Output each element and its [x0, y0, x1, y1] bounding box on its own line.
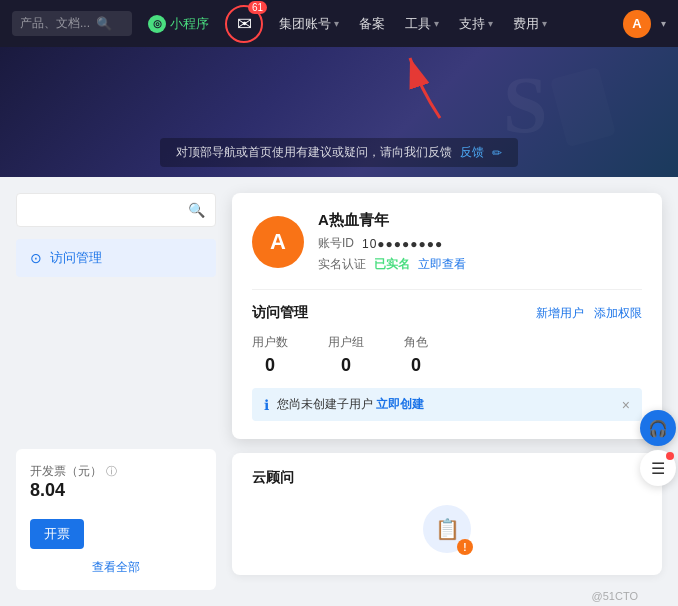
- right-content-area: A A热血青年 账号ID 10●●●●●●●● 实名认证 已实名 立即查看: [216, 193, 662, 590]
- cloud-advisor-title: 云顾问: [252, 469, 642, 487]
- user-real-name-row: 实名认证 已实名 立即查看: [318, 256, 642, 273]
- invoice-info-icon: ⓘ: [106, 464, 117, 479]
- create-user-link[interactable]: 立即创建: [376, 397, 424, 411]
- mail-badge: 61: [248, 1, 267, 14]
- access-card-header: 访问管理 新增用户 添加权限: [252, 304, 642, 322]
- hero-feedback-text: 对顶部导航或首页使用有建议或疑问，请向我们反馈: [176, 144, 452, 161]
- verified-badge: 已实名: [374, 256, 410, 273]
- nav-item-tools[interactable]: 工具 ▾: [397, 15, 447, 33]
- document-icon: 📋: [435, 517, 460, 541]
- access-stats: 用户数 0 用户组 0 角色 0: [252, 334, 642, 376]
- nav-item-group-account[interactable]: 集团账号 ▾: [271, 15, 347, 33]
- stat-users-label: 用户数: [252, 334, 288, 351]
- user-details: A热血青年 账号ID 10●●●●●●●● 实名认证 已实名 立即查看: [318, 211, 642, 273]
- nav-item-billing[interactable]: 费用 ▾: [505, 15, 555, 33]
- chevron-down-icon-3: ▾: [488, 18, 493, 29]
- nav-item-beian[interactable]: 备案: [351, 15, 393, 33]
- account-id-label: 账号ID: [318, 235, 354, 252]
- cloud-icon: 📋 !: [423, 505, 471, 553]
- stat-users-value: 0: [252, 355, 288, 376]
- add-permission-link[interactable]: 添加权限: [594, 305, 642, 322]
- sidebar-item-access-management[interactable]: ⊙ 访问管理: [16, 239, 216, 277]
- search-icon: 🔍: [96, 16, 112, 31]
- close-icon[interactable]: ×: [622, 397, 630, 413]
- list-icon: ☰: [651, 459, 665, 478]
- miniapp-icon: ◎: [148, 15, 166, 33]
- svg-text:S: S: [503, 62, 548, 149]
- sidebar-item-label: 访问管理: [50, 249, 102, 267]
- floating-buttons: 🎧 ☰: [640, 410, 676, 486]
- search-bar[interactable]: 产品、文档... 🔍: [12, 11, 132, 36]
- stat-users: 用户数 0: [252, 334, 288, 376]
- nav-items-group: 集团账号 ▾ 备案 工具 ▾ 支持 ▾ 费用 ▾: [271, 15, 611, 33]
- hero-feedback-banner: 对顶部导航或首页使用有建议或疑问，请向我们反馈 反馈 ✏: [160, 138, 518, 167]
- chevron-down-icon: ▾: [334, 18, 339, 29]
- info-icon: ℹ: [264, 397, 269, 413]
- user-info-top: A A热血青年 账号ID 10●●●●●●●● 实名认证 已实名 立即查看: [252, 211, 642, 273]
- chevron-down-icon-2: ▾: [434, 18, 439, 29]
- user-id-row: 账号ID 10●●●●●●●●: [318, 235, 642, 252]
- miniapp-label: 小程序: [170, 15, 209, 33]
- edit-icon: ✏: [492, 146, 502, 160]
- nav-item-billing-label: 费用: [513, 15, 539, 33]
- mail-icon: ✉: [237, 13, 252, 35]
- hero-banner: S 对顶部导航或首页使用有建议或疑问，请向我们反馈 反馈 ✏: [0, 47, 678, 177]
- access-actions: 新增用户 添加权限: [536, 305, 642, 322]
- stat-groups-label: 用户组: [328, 334, 364, 351]
- miniapp-nav-item[interactable]: ◎ 小程序: [140, 15, 217, 33]
- top-navigation: 产品、文档... 🔍 ◎ 小程序 ✉ 61 集团账号 ▾ 备案 工具 ▾ 支持 …: [0, 0, 678, 47]
- user-name: A热血青年: [318, 211, 642, 230]
- view-all-link[interactable]: 查看全部: [30, 559, 202, 576]
- stat-roles-value: 0: [404, 355, 428, 376]
- avatar-letter: A: [632, 16, 641, 31]
- sidebar-search-icon: 🔍: [188, 202, 205, 218]
- cloud-advisor-card: 云顾问 📋 !: [232, 453, 662, 575]
- avatar-large-letter: A: [270, 229, 286, 255]
- access-management-section: 访问管理 新增用户 添加权限 用户数 0 用户组 0: [252, 289, 642, 421]
- stat-roles-label: 角色: [404, 334, 428, 351]
- nav-item-support-label: 支持: [459, 15, 485, 33]
- avatar-chevron-icon: ▾: [661, 18, 666, 29]
- watermark: @51CTO: [592, 590, 638, 602]
- headset-icon: 🎧: [648, 419, 668, 438]
- account-id-value: 10●●●●●●●●: [362, 237, 443, 251]
- exclamation-badge: !: [457, 539, 473, 555]
- headset-float-button[interactable]: 🎧: [640, 410, 676, 446]
- nav-item-beian-label: 备案: [359, 15, 385, 33]
- user-avatar-large: A: [252, 216, 304, 268]
- create-user-alert: ℹ 您尚未创建子用户 立即创建 ×: [252, 388, 642, 421]
- invoice-card: 开发票（元） ⓘ 8.04 开票 查看全部: [16, 449, 216, 590]
- nav-item-group-account-label: 集团账号: [279, 15, 331, 33]
- view-link[interactable]: 立即查看: [418, 256, 466, 273]
- add-user-link[interactable]: 新增用户: [536, 305, 584, 322]
- hero-feedback-link[interactable]: 反馈: [460, 144, 484, 161]
- svg-rect-2: [550, 67, 616, 148]
- mail-button[interactable]: ✉ 61: [225, 5, 263, 43]
- alert-text: 您尚未创建子用户 立即创建: [277, 396, 614, 413]
- nav-item-tools-label: 工具: [405, 15, 431, 33]
- sidebar-search-bar[interactable]: 🔍: [16, 193, 216, 227]
- invoice-button[interactable]: 开票: [30, 519, 84, 549]
- invoice-amount: 8.04: [30, 480, 202, 501]
- main-content: 🔍 ⊙ 访问管理 开发票（元） ⓘ 8.04 开票 查看全部 A: [0, 177, 678, 606]
- access-icon: ⊙: [30, 250, 42, 266]
- stat-roles: 角色 0: [404, 334, 428, 376]
- search-placeholder-text: 产品、文档...: [20, 15, 90, 32]
- access-title: 访问管理: [252, 304, 308, 322]
- stat-groups: 用户组 0: [328, 334, 364, 376]
- user-info-card: A A热血青年 账号ID 10●●●●●●●● 实名认证 已实名 立即查看: [232, 193, 662, 439]
- left-sidebar: 🔍 ⊙ 访问管理 开发票（元） ⓘ 8.04 开票 查看全部: [16, 193, 216, 590]
- nav-item-support[interactable]: 支持 ▾: [451, 15, 501, 33]
- document-float-button[interactable]: ☰: [640, 450, 676, 486]
- invoice-label: 开发票（元） ⓘ: [30, 463, 202, 480]
- user-avatar-nav[interactable]: A: [623, 10, 651, 38]
- stat-groups-value: 0: [328, 355, 364, 376]
- notification-dot: [666, 452, 674, 460]
- chevron-down-icon-4: ▾: [542, 18, 547, 29]
- real-name-label: 实名认证: [318, 256, 366, 273]
- cloud-card-content: 📋 !: [252, 499, 642, 559]
